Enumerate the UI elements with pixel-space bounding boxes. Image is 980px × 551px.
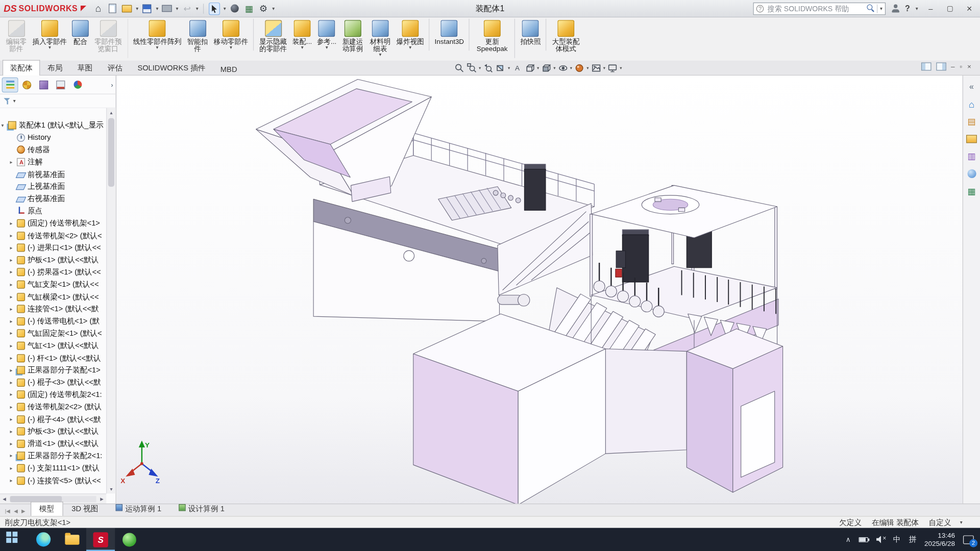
action-center-icon[interactable]: 2 bbox=[963, 535, 974, 544]
print-icon[interactable] bbox=[161, 2, 173, 14]
status-item[interactable]: 自定义 bbox=[929, 517, 951, 528]
tree-item[interactable]: (-) 杆<1> (默认<<默认 bbox=[0, 352, 106, 364]
doc-restore-icon[interactable]: ▫ bbox=[960, 63, 962, 70]
tree-item[interactable]: 右视基准面 bbox=[0, 193, 106, 205]
file-explorer-taskbar-button[interactable] bbox=[58, 528, 86, 551]
ribbon-button[interactable]: 装配... bbox=[290, 19, 314, 51]
document-tab[interactable]: 运动算例 1 bbox=[107, 502, 170, 516]
search-caret-icon[interactable]: ▾ bbox=[880, 6, 883, 11]
zoom-area-icon[interactable] bbox=[465, 62, 477, 73]
command-tab[interactable]: 草图 bbox=[70, 60, 100, 76]
expand-arrow-icon[interactable] bbox=[1, 122, 8, 128]
tree-item[interactable]: 气缸固定架<1> (默认< bbox=[0, 328, 106, 340]
tree-item[interactable]: (-) 棍子<3> (默认<<默 bbox=[0, 377, 106, 389]
ribbon-button[interactable]: 爆炸视图 bbox=[394, 19, 430, 51]
tree-item[interactable]: (-) 棍子<4> (默认<<默 bbox=[0, 413, 106, 425]
expand-arrow-icon[interactable] bbox=[10, 429, 17, 434]
ribbon-button[interactable]: 更新Speedpak bbox=[472, 19, 515, 58]
dimxpertmanager-tab-icon[interactable] bbox=[53, 78, 68, 91]
open-icon[interactable] bbox=[121, 2, 133, 14]
edit-appearance-icon[interactable] bbox=[574, 62, 585, 73]
tree-item[interactable]: History bbox=[0, 132, 106, 144]
expand-arrow-icon[interactable] bbox=[10, 453, 17, 459]
expand-arrow-icon[interactable] bbox=[10, 416, 17, 422]
tree-item[interactable]: 气缸支架<1> (默认<< bbox=[0, 279, 106, 291]
right-pane-icon[interactable] bbox=[936, 62, 946, 70]
search-input[interactable] bbox=[766, 4, 864, 13]
file-explorer-icon[interactable] bbox=[965, 132, 978, 145]
status-item[interactable]: 在编辑 装配体 bbox=[872, 517, 919, 528]
ribbon-button[interactable]: 新建运动算例 bbox=[339, 19, 366, 58]
previous-view-icon[interactable] bbox=[482, 62, 494, 73]
solidworks-resources-icon[interactable] bbox=[965, 97, 978, 111]
featuremanager-tab-icon[interactable] bbox=[3, 78, 17, 91]
configurationmanager-tab-icon[interactable] bbox=[36, 78, 51, 91]
user-account-icon[interactable] bbox=[891, 5, 899, 13]
tree-item[interactable]: 传送带机架<2> (默认< bbox=[0, 230, 106, 242]
ribbon-button[interactable]: 显示隐藏的零部件 bbox=[256, 19, 290, 58]
tree-vertical-scrollbar[interactable]: ▲ ▼ bbox=[106, 108, 115, 494]
ribbon-button[interactable]: 大型装配体模式 bbox=[549, 19, 583, 58]
document-tab[interactable]: 3D 视图 bbox=[63, 502, 107, 516]
ribbon-button[interactable]: 参考... bbox=[314, 19, 339, 51]
expand-arrow-icon[interactable] bbox=[10, 478, 17, 483]
expand-arrow-icon[interactable] bbox=[10, 465, 17, 471]
custom-properties-icon[interactable] bbox=[965, 184, 978, 198]
command-tab[interactable]: 布局 bbox=[40, 60, 70, 76]
doc-close-icon[interactable]: × bbox=[967, 63, 971, 70]
green-app-taskbar-button[interactable] bbox=[115, 528, 143, 551]
scrollbar-track[interactable] bbox=[10, 496, 96, 502]
filter-caret-icon[interactable]: ▾ bbox=[13, 98, 16, 104]
ribbon-button[interactable]: 插入零部件 bbox=[30, 19, 69, 51]
scrollbar-thumb[interactable] bbox=[108, 118, 114, 187]
solidworks-logo[interactable]: DS SOLIDWORKS bbox=[4, 3, 86, 14]
document-tab[interactable]: 设计算例 1 bbox=[170, 502, 233, 516]
help-button[interactable]: ? bbox=[905, 4, 910, 13]
battery-icon[interactable] bbox=[859, 537, 868, 542]
command-tab[interactable]: 装配体 bbox=[3, 60, 40, 76]
expand-arrow-icon[interactable] bbox=[10, 380, 17, 385]
print-caret-icon[interactable]: ▾ bbox=[176, 6, 179, 11]
collapse-chevron-icon[interactable] bbox=[965, 80, 978, 93]
select-caret-icon[interactable]: ▾ bbox=[224, 6, 226, 11]
view-palette-icon[interactable] bbox=[965, 149, 978, 163]
appearance-caret-icon[interactable]: ▾ bbox=[586, 65, 589, 70]
command-tab[interactable]: SOLIDWORKS 插件 bbox=[130, 60, 213, 76]
ribbon-button[interactable]: Instant3D bbox=[432, 19, 470, 51]
tree-item[interactable]: 传送带机架2<2> (默认 bbox=[0, 401, 106, 413]
ribbon-button[interactable]: 拍快照 bbox=[518, 19, 546, 51]
zoom-fit-icon[interactable] bbox=[453, 62, 465, 73]
appearances-scenes-icon[interactable] bbox=[965, 167, 978, 181]
display-style-caret-icon[interactable]: ▾ bbox=[553, 65, 555, 70]
document-tab[interactable]: 模型 bbox=[30, 502, 63, 516]
tree-item[interactable]: 滑道<1> (默认<<默认 bbox=[0, 438, 106, 450]
status-item[interactable]: 欠定义 bbox=[839, 517, 862, 528]
ribbon-button[interactable]: 材料明细表 bbox=[366, 19, 394, 58]
tab-scroll-next-icon[interactable]: ▶ bbox=[21, 509, 26, 514]
graphics-viewport[interactable]: Y X Z bbox=[117, 76, 963, 504]
scrollbar-thumb[interactable] bbox=[10, 496, 62, 502]
tree-item[interactable]: (固定) 传送带机架<1> bbox=[0, 217, 106, 230]
save-icon[interactable] bbox=[141, 2, 153, 14]
start-button[interactable] bbox=[0, 528, 29, 551]
report-icon[interactable] bbox=[243, 2, 255, 14]
new-document-icon[interactable] bbox=[107, 2, 118, 14]
tab-scroll-prev-icon[interactable]: ◀ bbox=[14, 509, 18, 514]
apply-scene-icon[interactable] bbox=[590, 62, 602, 73]
displaymanager-tab-icon[interactable] bbox=[70, 78, 85, 91]
tree-item[interactable]: 气缸横梁<1> (默认<< bbox=[0, 291, 106, 303]
view-settings-icon[interactable] bbox=[607, 62, 619, 73]
panel-expand-icon[interactable]: › bbox=[111, 81, 113, 89]
tree-item[interactable]: (-) 进果口<1> (默认<< bbox=[0, 242, 106, 254]
sphere-icon[interactable] bbox=[229, 2, 240, 14]
scroll-right-icon[interactable]: ▶ bbox=[97, 496, 106, 502]
expand-arrow-icon[interactable] bbox=[10, 318, 17, 324]
expand-arrow-icon[interactable] bbox=[10, 257, 17, 263]
tree-item[interactable]: (-) 连接管<5> (默认<< bbox=[0, 474, 106, 487]
command-tab[interactable]: MBD bbox=[213, 62, 244, 76]
ribbon-button[interactable]: 编辑零部件 bbox=[3, 19, 30, 58]
options-gear-icon[interactable] bbox=[258, 2, 269, 14]
expand-arrow-icon[interactable] bbox=[10, 306, 17, 312]
ime-pinyin-indicator[interactable]: 拼 bbox=[909, 534, 916, 545]
expand-arrow-icon[interactable] bbox=[10, 282, 17, 287]
